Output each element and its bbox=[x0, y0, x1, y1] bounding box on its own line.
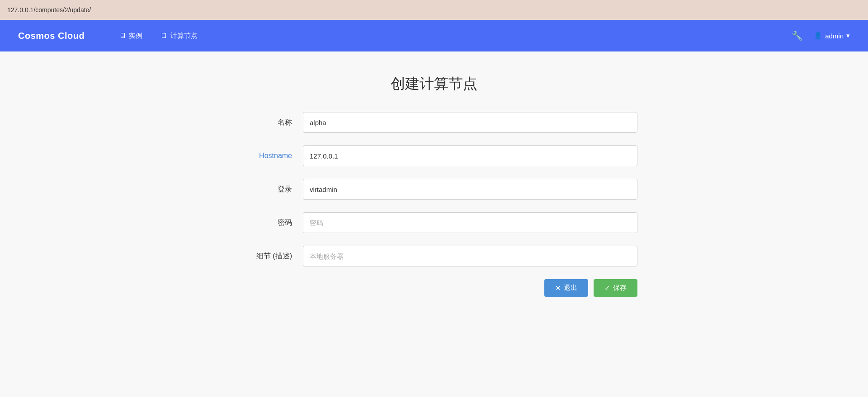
cancel-button[interactable]: ✕ 退出 bbox=[544, 279, 588, 297]
save-button[interactable]: ✓ 保存 bbox=[594, 279, 637, 297]
page-title: 创建计算节点 bbox=[0, 74, 868, 94]
tool-icon[interactable]: 🔧 bbox=[792, 30, 803, 41]
input-detail[interactable] bbox=[303, 246, 637, 266]
nav-item-compute-nodes-label: 计算节点 bbox=[170, 32, 198, 40]
navbar-nav: 🖥 实例 🗒 计算节点 bbox=[112, 28, 792, 44]
form-row-detail: 细节 (描述) bbox=[231, 246, 637, 266]
form-container: 名称 Hostname 登录 密码 细节 (描述) ✕ 退出 bbox=[231, 112, 637, 297]
nav-item-instances-label: 实例 bbox=[129, 32, 142, 40]
form-row-hostname: Hostname bbox=[231, 145, 637, 166]
form-row-password: 密码 bbox=[231, 212, 637, 233]
navbar: Cosmos Cloud 🖥 实例 🗒 计算节点 🔧 👤 admin ▾ bbox=[0, 20, 868, 51]
label-name: 名称 bbox=[231, 118, 303, 127]
label-login: 登录 bbox=[231, 185, 303, 194]
cancel-icon: ✕ bbox=[555, 284, 561, 292]
form-row-name: 名称 bbox=[231, 112, 637, 133]
label-detail: 细节 (描述) bbox=[231, 252, 303, 261]
address-bar-text: 127.0.0.1/computes/2/update/ bbox=[7, 6, 91, 14]
input-password[interactable] bbox=[303, 212, 637, 233]
address-bar: 127.0.0.1/computes/2/update/ bbox=[0, 0, 868, 20]
navbar-right: 🔧 👤 admin ▾ bbox=[792, 30, 850, 41]
save-icon: ✓ bbox=[604, 284, 610, 292]
main-content: 创建计算节点 名称 Hostname 登录 密码 细节 (描述) bbox=[0, 51, 868, 397]
input-login[interactable] bbox=[303, 179, 637, 200]
input-name[interactable] bbox=[303, 112, 637, 133]
nodes-icon: 🗒 bbox=[160, 32, 168, 40]
user-icon: 👤 bbox=[814, 32, 822, 40]
cancel-label: 退出 bbox=[564, 284, 577, 292]
navbar-user[interactable]: 👤 admin ▾ bbox=[814, 32, 850, 40]
label-hostname: Hostname bbox=[231, 152, 303, 160]
user-name: admin bbox=[825, 32, 844, 40]
dropdown-icon: ▾ bbox=[846, 32, 850, 40]
monitor-icon: 🖥 bbox=[119, 32, 126, 40]
form-row-login: 登录 bbox=[231, 179, 637, 200]
nav-item-instances[interactable]: 🖥 实例 bbox=[112, 28, 150, 44]
navbar-brand[interactable]: Cosmos Cloud bbox=[18, 31, 85, 41]
input-hostname[interactable] bbox=[303, 145, 637, 166]
nav-item-compute-nodes[interactable]: 🗒 计算节点 bbox=[153, 28, 205, 44]
label-password: 密码 bbox=[231, 218, 303, 228]
save-label: 保存 bbox=[613, 284, 627, 292]
form-buttons: ✕ 退出 ✓ 保存 bbox=[231, 279, 637, 297]
